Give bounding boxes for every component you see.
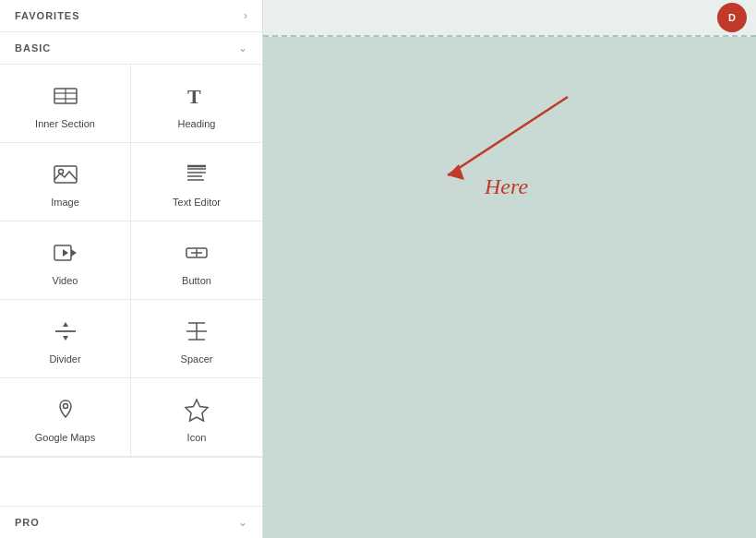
pro-section-header[interactable]: PRO ⌄ — [0, 506, 262, 538]
basic-label: BASIC — [15, 42, 51, 54]
spacer-icon — [182, 317, 211, 346]
widget-divider-label: Divider — [49, 353, 80, 365]
svg-marker-14 — [63, 249, 68, 257]
widget-text-editor-label: Text Editor — [173, 197, 221, 208]
widget-google-maps[interactable]: Google Maps — [0, 378, 131, 457]
favorites-label: FAVORITES — [15, 10, 80, 21]
widget-icon-label: Icon — [187, 432, 207, 443]
sidebar: FAVORITES › BASIC ⌄ Inner Section — [0, 0, 263, 538]
favorites-chevron-icon: › — [244, 9, 247, 22]
google-maps-icon — [51, 395, 80, 424]
widget-heading-label: Heading — [178, 118, 216, 129]
widget-video[interactable]: Video — [0, 221, 131, 300]
svg-marker-19 — [63, 336, 68, 341]
svg-marker-28 — [448, 164, 464, 180]
text-editor-icon — [182, 160, 211, 189]
canvas-body: Here — [263, 37, 756, 538]
basic-chevron-icon: ⌄ — [238, 42, 247, 54]
canvas-top-bar: D — [263, 0, 756, 37]
widget-image[interactable]: Image — [0, 143, 131, 221]
canvas-area: D Here — [263, 0, 756, 538]
widget-inner-section[interactable]: Inner Section — [0, 65, 131, 143]
avatar-initials: D — [728, 12, 736, 23]
widget-heading[interactable]: T Heading — [131, 65, 262, 143]
widget-icon[interactable]: Icon — [131, 378, 262, 457]
annotation-svg: Here — [263, 37, 756, 538]
video-icon — [51, 238, 80, 268]
favorites-section-header[interactable]: FAVORITES › — [0, 0, 262, 32]
svg-point-25 — [63, 404, 67, 409]
widget-google-maps-label: Google Maps — [35, 432, 95, 443]
svg-text:T: T — [187, 85, 201, 108]
svg-marker-13 — [71, 249, 77, 257]
inner-section-icon — [51, 81, 80, 111]
widget-button-label: Button — [182, 275, 211, 286]
svg-text:Here: Here — [484, 174, 528, 198]
basic-section-header[interactable]: BASIC ⌄ — [0, 32, 262, 65]
widget-spacer-label: Spacer — [181, 353, 213, 365]
svg-line-27 — [448, 97, 568, 175]
widget-video-label: Video — [53, 275, 78, 286]
button-icon — [182, 238, 211, 268]
heading-icon: T — [182, 81, 211, 111]
avatar: D — [717, 3, 747, 32]
widget-button[interactable]: Button — [131, 221, 262, 300]
widget-image-label: Image — [51, 197, 79, 208]
widget-text-editor[interactable]: Text Editor — [131, 143, 262, 221]
pro-chevron-icon: ⌄ — [238, 516, 247, 529]
widgets-grid: Inner Section T Heading Image — [0, 65, 262, 458]
widget-spacer[interactable]: Spacer — [131, 300, 262, 378]
widget-inner-section-label: Inner Section — [35, 118, 95, 129]
widget-divider[interactable]: Divider — [0, 300, 131, 378]
pro-label: PRO — [15, 517, 40, 528]
svg-marker-26 — [186, 400, 208, 421]
svg-marker-18 — [63, 322, 68, 327]
image-icon — [51, 160, 80, 189]
divider-icon — [51, 317, 80, 346]
svg-rect-5 — [54, 166, 77, 183]
icon-widget-icon — [182, 395, 211, 424]
